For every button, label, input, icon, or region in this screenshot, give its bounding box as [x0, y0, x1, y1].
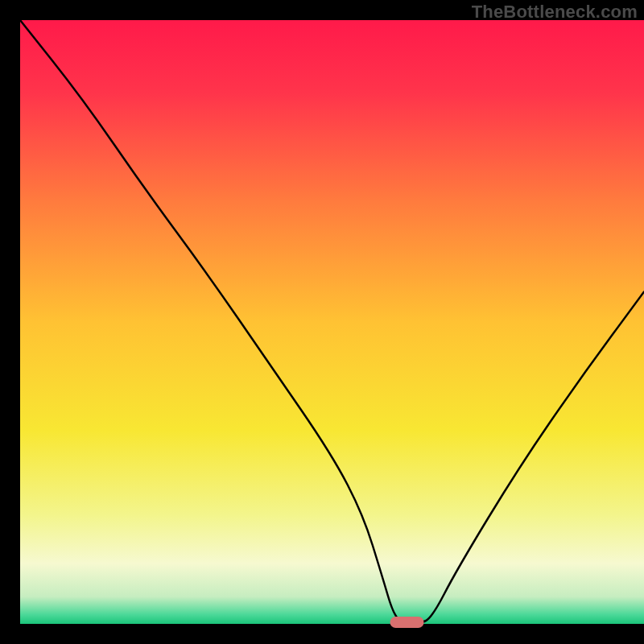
watermark-text: TheBottleneck.com [472, 2, 638, 23]
bottleneck-chart [0, 0, 644, 644]
minimum-marker [390, 617, 424, 628]
plot-background [20, 20, 644, 624]
chart-frame: TheBottleneck.com [0, 0, 644, 644]
